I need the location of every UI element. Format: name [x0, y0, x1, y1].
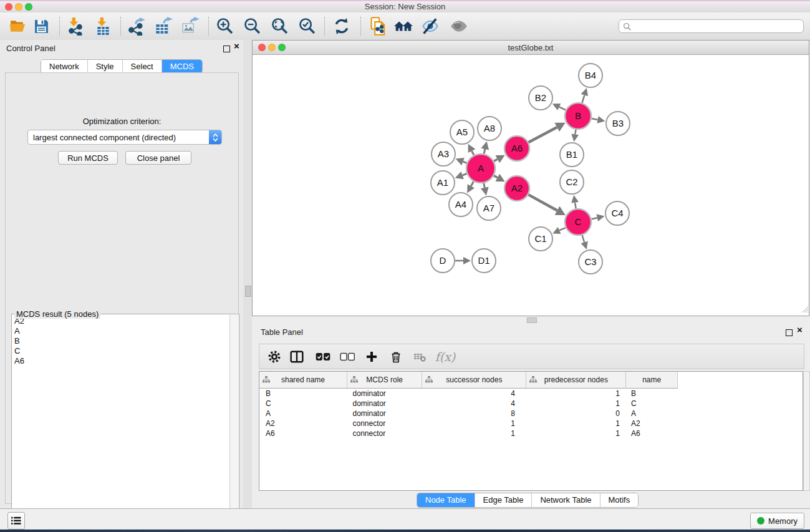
graph-edge-A-A4[interactable] — [471, 181, 473, 186]
cell-predecessor-nodes[interactable]: 1 — [526, 389, 626, 399]
cell-predecessor-nodes[interactable]: 1 — [526, 428, 626, 438]
graph-edge-A-A3[interactable] — [463, 162, 467, 163]
clone-network-button[interactable] — [368, 16, 389, 37]
import-network-button[interactable] — [65, 16, 86, 37]
birds-eye-view-button[interactable] — [448, 16, 470, 37]
cell-name[interactable]: A — [626, 409, 678, 418]
column-header-predecessor-nodes[interactable]: predecessor nodes — [526, 372, 626, 389]
graph-edge-A-A7[interactable] — [484, 183, 485, 188]
delete-row-button[interactable] — [386, 347, 406, 367]
zoom-in-button[interactable] — [215, 16, 236, 37]
tab-style[interactable]: Style — [88, 60, 123, 73]
table-row[interactable]: Adominator80A — [259, 409, 803, 418]
graph-edge-B-B4[interactable] — [582, 95, 584, 103]
table-row[interactable]: A6connector11A6 — [259, 428, 803, 438]
tab-mcds[interactable]: MCDS — [162, 60, 202, 73]
table-row[interactable]: Bdominator41B — [259, 389, 803, 399]
cell-name[interactable]: C — [626, 399, 678, 409]
hide-details-button[interactable] — [420, 16, 441, 37]
show-columns-button[interactable] — [287, 347, 307, 367]
search-input[interactable] — [634, 21, 803, 31]
table-close-icon[interactable]: × — [797, 326, 803, 334]
cell-shared-name[interactable]: A2 — [259, 418, 347, 428]
mcds-result-item[interactable]: C — [14, 346, 239, 356]
cell-successor-nodes[interactable]: 8 — [422, 409, 526, 418]
graph-edge-A-A2[interactable] — [494, 176, 498, 178]
cell-mcds-role[interactable]: connector — [347, 428, 422, 438]
task-history-button[interactable] — [7, 512, 25, 530]
table-options-button[interactable] — [264, 347, 284, 367]
cell-shared-name[interactable]: A — [259, 409, 347, 418]
cell-mcds-role[interactable]: connector — [347, 418, 422, 428]
graph-edge-A-A8[interactable] — [484, 149, 485, 154]
cell-shared-name[interactable]: A6 — [259, 428, 347, 438]
column-header-shared-name[interactable]: shared name — [259, 372, 347, 389]
column-header-successor-nodes[interactable]: successor nodes — [422, 372, 526, 389]
divider-thumb-h[interactable] — [527, 317, 537, 323]
graph-edge-A2-C[interactable] — [528, 195, 557, 210]
cell-predecessor-nodes[interactable]: 0 — [526, 409, 626, 418]
export-network-button[interactable] — [126, 16, 147, 37]
unselect-all-button[interactable] — [337, 347, 357, 367]
zoom-out-button[interactable] — [242, 16, 263, 37]
tab-select[interactable]: Select — [123, 60, 162, 73]
home-networks-button[interactable] — [393, 16, 414, 37]
cell-successor-nodes[interactable]: 1 — [422, 418, 526, 428]
close-panel-button[interactable]: Close panel — [125, 151, 191, 165]
zoom-selected-button[interactable] — [297, 16, 318, 37]
float-panel-icon[interactable] — [223, 46, 230, 54]
graph-edge-A-A6[interactable] — [494, 159, 498, 161]
table-tab-network-table[interactable]: Network Table — [532, 493, 600, 507]
optimization-criterion-select[interactable]: largest connected component (directed) — [27, 130, 222, 145]
split-divider-horizontal[interactable] — [252, 316, 810, 324]
table-float-icon[interactable] — [786, 329, 793, 337]
save-session-button[interactable] — [31, 16, 52, 37]
graph-edge-C-C1[interactable] — [559, 228, 566, 230]
result-scrollbar[interactable] — [229, 315, 238, 530]
resize-grip-icon[interactable] — [801, 304, 808, 315]
network-canvas[interactable]: B4B2BB3A8A5A6A3B1AA1C2A2A4A7C4CC1DD1C3 — [253, 55, 809, 316]
table-tab-node-table[interactable]: Node Table — [417, 493, 475, 507]
graph-edge-B-B1[interactable] — [575, 130, 576, 135]
divider-thumb[interactable] — [245, 286, 251, 297]
graph-edge-A6-B[interactable] — [529, 127, 557, 142]
cell-name[interactable]: A2 — [626, 418, 678, 428]
table-scrollbar[interactable] — [803, 371, 810, 491]
open-session-button[interactable] — [7, 16, 28, 37]
graph-edge-C-C4[interactable] — [591, 218, 597, 219]
memory-button[interactable]: Memory — [750, 513, 804, 529]
graph-edge-A-A1[interactable] — [463, 173, 467, 175]
table-tab-motifs[interactable]: Motifs — [600, 493, 639, 507]
delete-table-button[interactable] — [410, 347, 430, 367]
column-header-mcds-role[interactable]: MCDS role — [347, 372, 422, 389]
cell-name[interactable]: B — [626, 389, 678, 399]
cell-shared-name[interactable]: B — [259, 389, 347, 399]
run-mcds-button[interactable]: Run MCDS — [58, 151, 118, 165]
table-row[interactable]: Cdominator41C — [259, 399, 803, 409]
graph-edge-C-C2[interactable] — [575, 203, 576, 209]
export-table-button[interactable] — [153, 16, 174, 37]
select-all-button[interactable] — [313, 347, 333, 367]
export-image-button[interactable] — [180, 16, 201, 37]
mcds-result-item[interactable]: A6 — [14, 356, 239, 366]
split-divider-vertical[interactable] — [243, 40, 252, 508]
mcds-result-item[interactable]: A — [14, 326, 239, 336]
graph-edge-A-A5[interactable] — [472, 151, 474, 155]
cell-name[interactable]: A6 — [626, 428, 678, 438]
mcds-result-item[interactable]: B — [14, 336, 239, 346]
cell-predecessor-nodes[interactable]: 1 — [526, 399, 626, 409]
graph-edge-C-C3[interactable] — [582, 235, 585, 243]
table-row[interactable]: A2connector11A2 — [259, 418, 803, 428]
cell-successor-nodes[interactable]: 4 — [422, 389, 526, 399]
cell-mcds-role[interactable]: dominator — [347, 389, 422, 399]
cell-successor-nodes[interactable]: 1 — [422, 428, 526, 438]
add-row-button[interactable] — [362, 347, 382, 367]
graph-edge-B-B3[interactable] — [592, 118, 598, 120]
tab-network[interactable]: Network — [41, 60, 88, 73]
close-panel-icon[interactable]: × — [234, 42, 239, 50]
cell-shared-name[interactable]: C — [259, 399, 347, 409]
cell-predecessor-nodes[interactable]: 1 — [526, 418, 626, 428]
graph-edge-B-B2[interactable] — [559, 107, 566, 110]
search-box[interactable] — [619, 19, 804, 33]
zoom-fit-button[interactable] — [269, 16, 291, 37]
